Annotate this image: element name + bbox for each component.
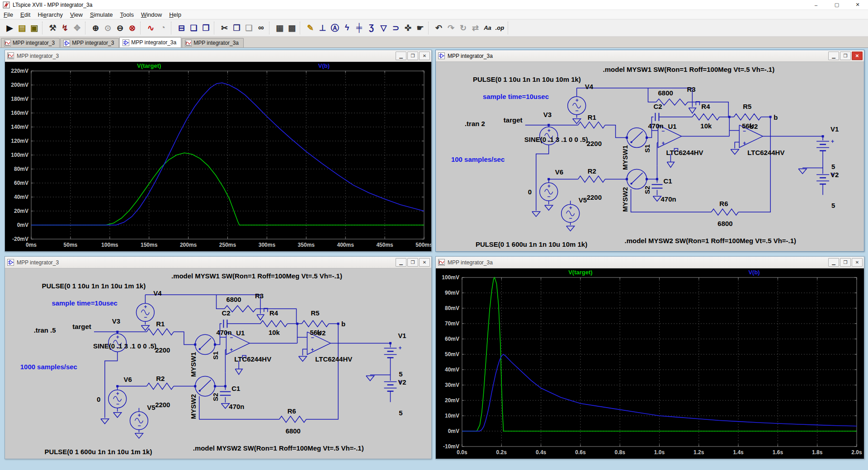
mdi-minimize-button[interactable]: ▁ <box>828 258 839 267</box>
inductor-icon[interactable]: Ʒ <box>365 22 377 34</box>
menu-hierarchy[interactable]: Hierarchy <box>34 10 66 19</box>
y-axis-tick-label: 20mV <box>445 397 459 404</box>
schematic-label: 470n <box>660 195 676 203</box>
mdi-restore-button[interactable]: ❐ <box>840 258 851 267</box>
menu-help[interactable]: Help <box>165 10 185 19</box>
tab-mpp-integrator_3-1[interactable]: MPP integrator_3 <box>60 38 119 47</box>
print-icon[interactable]: ▦ <box>274 22 286 34</box>
plot-window-top-left-titlebar[interactable]: MPP integrator_3 ▁ ❐ ✕ <box>5 50 431 62</box>
tab-mpp-integrator_3a-3[interactable]: MPP integrator_3a <box>182 38 244 47</box>
schematic-canvas[interactable]: +−+−+−+−−+−+++MYSW1S1MYSW2S2.model MYSW1… <box>436 62 864 251</box>
schematic-label: MYSW2 <box>621 187 629 212</box>
schematic-label: U2 <box>749 122 758 130</box>
mdi-close-button[interactable]: ✕ <box>852 258 863 267</box>
menu-view[interactable]: View <box>66 10 86 19</box>
schematic-label: 2200 <box>155 401 170 409</box>
schematic-label: 470n <box>217 329 232 336</box>
menu-window[interactable]: Window <box>137 10 165 19</box>
schematic-window-bottom-left-titlebar[interactable]: MPP integrator_3 ▁ ❐ ✕ <box>5 257 431 268</box>
undo-icon[interactable]: ↶ <box>433 22 445 34</box>
diode-icon[interactable]: ▽ <box>377 22 390 34</box>
drag-icon[interactable]: ☛ <box>414 22 426 34</box>
x-axis-tick-label: 0.2s <box>496 449 507 456</box>
x-axis-tick-label: 2.0s <box>851 449 862 456</box>
mdi-close-button[interactable]: ✕ <box>419 258 430 267</box>
tab-mpp-integrator_3a-2[interactable]: MPP integrator_3a <box>119 37 181 47</box>
x-axis-tick-label: 0.8s <box>615 449 626 456</box>
cut-icon[interactable]: ✂ <box>218 22 231 34</box>
schematic-label: + <box>137 412 141 418</box>
window-title: LTspice XVII - MPP integrator_3a <box>13 2 92 8</box>
window-maximize-button[interactable]: ▢ <box>826 0 847 10</box>
control-panel-hammer-icon[interactable]: ⚒ <box>47 22 59 34</box>
schematic-label: V6 <box>124 376 132 383</box>
legend-V(target)[interactable]: V(target) <box>137 62 161 69</box>
polar-grid-icon: ◔ <box>157 22 169 34</box>
move-icon[interactable]: ✜ <box>402 22 414 34</box>
resistor-icon[interactable]: ϟ <box>341 22 353 34</box>
toolbar: ▶▤▣⚒↯✥⊕⊙⊖⊗∿◔⊟❏❐✂❒❑∞▦▩✎⊥Ⓐϟ╪Ʒ▽⊃✜☛↶↷↻⇄Aa.op <box>0 19 868 37</box>
window-close-button[interactable]: ✕ <box>847 0 868 10</box>
find-icon[interactable]: ∞ <box>255 22 267 34</box>
schematic-label: 100 samples/sec <box>451 155 505 163</box>
x-axis-tick-label: 400ms <box>337 242 354 248</box>
toolbar-separator <box>214 22 217 34</box>
halt-icon[interactable]: ↯ <box>59 22 71 34</box>
waveform-plot-canvas[interactable]: 100mV90mV80mV70mV60mV50mV40mV30mV20mV10m… <box>436 268 864 459</box>
menu-tools[interactable]: Tools <box>117 10 137 19</box>
cascade-windows-icon[interactable]: ❏ <box>188 22 200 34</box>
ground-icon[interactable]: ⊥ <box>316 22 329 34</box>
schematic-label: 6800 <box>286 427 301 435</box>
mdi-close-button[interactable]: ✕ <box>852 52 863 60</box>
legend-V(target)[interactable]: V(target) <box>568 269 592 276</box>
y-axis-tick-label: 100mV <box>442 274 459 281</box>
edit-pencil-icon[interactable]: ✎ <box>304 22 316 34</box>
schematic-canvas[interactable]: +−+−+−+−−+−+++MYSW1S1MYSW2S2.model MYSW1… <box>5 268 431 459</box>
mdi-minimize-button[interactable]: ▁ <box>396 258 406 267</box>
menu-edit[interactable]: Edit <box>17 10 34 19</box>
mdi-minimize-button[interactable]: ▁ <box>828 52 839 60</box>
mdi-close-button[interactable]: ✕ <box>419 52 430 60</box>
menu-file[interactable]: File <box>0 10 17 19</box>
schematic-window-top-right-title: MPP integrator_3a <box>448 53 493 59</box>
schematic-label: V4 <box>153 289 162 297</box>
zoom-full-extents-icon[interactable]: ⊗ <box>126 22 138 34</box>
tab-bar: MPP integrator_3MPP integrator_3MPP inte… <box>0 37 868 48</box>
copy-icon[interactable]: ❒ <box>231 22 243 34</box>
zoom-in-icon[interactable]: ⊕ <box>90 22 102 34</box>
plot-window-bottom-right-titlebar[interactable]: MPP integrator_3a ▁ ❐ ✕ <box>436 257 864 268</box>
tile-windows-icon[interactable]: ⊟ <box>175 22 188 34</box>
window-titlebar[interactable]: LTspice XVII - MPP integrator_3a – ▢ ✕ <box>0 0 868 10</box>
net-label-icon[interactable]: Ⓐ <box>329 22 341 34</box>
zoom-out-icon[interactable]: ⊖ <box>114 22 126 34</box>
component-gate-icon[interactable]: ⊃ <box>390 22 402 34</box>
legend-V(b)[interactable]: V(b) <box>748 269 760 276</box>
mdi-restore-button[interactable]: ❐ <box>840 52 851 60</box>
open-file-icon[interactable]: ▤ <box>16 22 28 34</box>
capacitor-icon[interactable]: ╪ <box>353 22 365 34</box>
schematic-label: − <box>137 423 141 429</box>
schematic-label: LTC6244HV <box>234 355 271 363</box>
save-icon[interactable]: ▣ <box>28 22 40 34</box>
y-axis-tick-label: 40mV <box>14 194 28 200</box>
schematic-label: S1 <box>643 144 651 152</box>
spice-directive-icon[interactable]: .op <box>494 22 506 34</box>
waveform-plot-canvas[interactable]: 220mV200mV180mV160mV140mV120mV100mV80mV6… <box>5 62 431 251</box>
plot-window-top-left: MPP integrator_3 ▁ ❐ ✕ 220mV200mV180mV16… <box>5 50 432 252</box>
schematic-label: R2 <box>588 167 596 175</box>
run-icon[interactable]: ▶ <box>4 22 16 34</box>
autorange-waveform-icon[interactable]: ∿ <box>145 22 157 34</box>
mdi-restore-button[interactable]: ❐ <box>407 258 418 267</box>
print-preview-icon[interactable]: ▩ <box>286 22 298 34</box>
window-minimize-button[interactable]: – <box>806 0 826 10</box>
mdi-restore-button[interactable]: ❐ <box>407 52 418 60</box>
schematic-window-top-right-titlebar[interactable]: MPP integrator_3a ▁ ❐ ✕ <box>436 50 864 62</box>
tab-mpp-integrator_3-0[interactable]: MPP integrator_3 <box>1 38 60 47</box>
legend-V(b)[interactable]: V(b) <box>318 62 330 69</box>
schematic-label: 2200 <box>155 346 170 354</box>
schematic-label: R5 <box>311 309 319 317</box>
text-icon[interactable]: Aa <box>481 22 494 34</box>
mdi-minimize-button[interactable]: ▁ <box>396 52 406 60</box>
menu-simulate[interactable]: Simulate <box>86 10 117 19</box>
cascade-new-icon[interactable]: ❐ <box>200 22 212 34</box>
